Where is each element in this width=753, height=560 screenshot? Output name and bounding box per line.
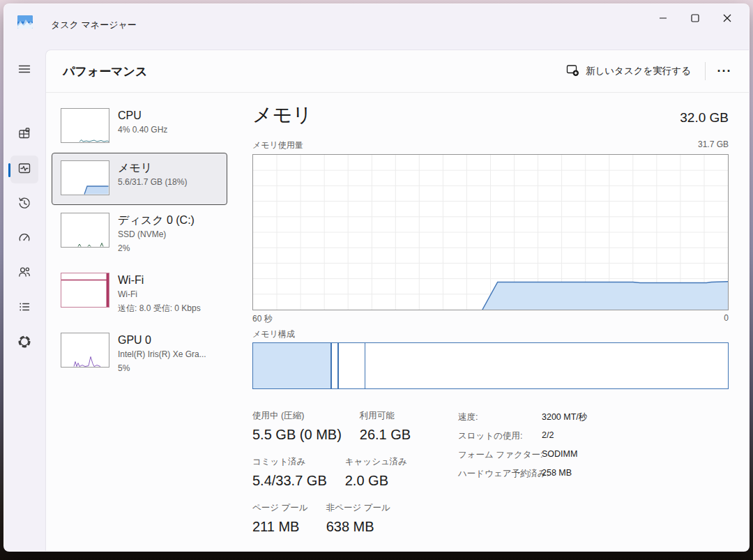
composition-standby-divider (365, 343, 365, 388)
list-item-subtext: 4% 0.40 GHz (118, 123, 167, 137)
stat-in-use: 使用中 (圧縮) 5.5 GB (0 MB) (252, 410, 342, 443)
sidebar-item-startup-apps[interactable] (10, 225, 38, 252)
wifi-mini-chart (61, 273, 109, 308)
services-cog-icon (17, 335, 31, 351)
list-item-subtext: SSD (NVMe) (118, 227, 195, 241)
sidebar-item-services[interactable] (10, 329, 38, 357)
list-item-subtext: Intel(R) Iris(R) Xe Gra... (118, 347, 206, 361)
performance-list: CPU 4% 0.40 GHz メモリ 5.6/31.7 GB (18%) (52, 100, 227, 385)
history-clock-icon (17, 196, 31, 213)
processes-icon (17, 126, 31, 143)
list-item-title: ディスク 0 (C:) (118, 213, 195, 227)
memory-mini-chart (61, 160, 109, 195)
memory-composition-bar (252, 342, 729, 389)
task-manager-window: タスク マネージャー (3, 3, 750, 552)
speedometer-icon (17, 230, 31, 247)
disk-mini-chart (61, 213, 109, 248)
gpu-mini-chart (61, 333, 109, 368)
menu-button[interactable] (10, 56, 38, 84)
sidebar-item-details[interactable] (10, 294, 38, 322)
main-card: パフォーマンス 新しいタスクを実行する ··· (45, 50, 749, 551)
list-item-subtext: 送信: 8.0 受信: 0 Kbps (118, 301, 201, 315)
details-list-icon (17, 300, 31, 317)
stat-available: 利用可能 26.1 GB (360, 410, 411, 443)
detail-form-factor: フォーム ファクター: SODIMM (458, 449, 587, 461)
list-item-subtext: 5.6/31.7 GB (18%) (118, 175, 187, 189)
page-title: パフォーマンス (63, 63, 147, 80)
sidebar-item-performance[interactable] (10, 156, 38, 183)
usage-chart-label: メモリ使用量 (252, 139, 303, 151)
list-item-memory[interactable]: メモリ 5.6/31.7 GB (18%) (52, 153, 227, 205)
list-item-title: CPU (118, 108, 167, 123)
sidebar-item-processes[interactable] (10, 121, 38, 149)
list-item-wifi[interactable]: Wi-Fi Wi-Fi 送信: 8.0 受信: 0 Kbps (52, 265, 227, 325)
sidebar (4, 35, 45, 551)
close-button[interactable] (711, 6, 743, 30)
detail-slots-used: スロットの使用: 2/2 (458, 430, 587, 442)
stat-cached: キャッシュ済み 2.0 GB (345, 456, 407, 489)
list-item-cpu[interactable]: CPU 4% 0.40 GHz (52, 100, 227, 153)
users-icon (17, 265, 31, 282)
memory-usage-chart (252, 154, 729, 310)
cpu-mini-chart (61, 108, 109, 143)
axis-left-label: 60 秒 (252, 313, 273, 325)
stat-committed: コミット済み 5.4/33.7 GB (252, 456, 327, 489)
usage-chart-max: 31.7 GB (698, 139, 729, 149)
list-item-title: Wi-Fi (118, 273, 201, 287)
performance-icon (17, 161, 31, 178)
memory-details: 速度: 3200 MT/秒 スロットの使用: 2/2 フォーム ファクター: S… (458, 411, 587, 487)
memory-title: メモリ (252, 102, 312, 128)
minimize-button[interactable] (647, 6, 679, 30)
memory-usage-chart-svg (253, 155, 728, 310)
memory-panel: メモリ 32.0 GB メモリ使用量 31.7 GB 60 秒 0 メモリ構成 (252, 50, 729, 552)
sidebar-item-app-history[interactable] (10, 190, 38, 218)
list-item-title: メモリ (118, 160, 187, 175)
stat-paged-pool: ページ プール 211 MB (252, 502, 308, 535)
sidebar-item-users[interactable] (10, 259, 38, 287)
list-item-subtext: 2% (118, 241, 195, 255)
maximize-button[interactable] (679, 6, 711, 30)
memory-total-capacity: 32.0 GB (680, 110, 729, 126)
titlebar: タスク マネージャー (4, 4, 749, 35)
composition-modified-divider (337, 343, 339, 388)
detail-speed: 速度: 3200 MT/秒 (458, 411, 587, 423)
axis-right-label: 0 (724, 313, 729, 325)
chart-time-axis: 60 秒 0 (252, 313, 729, 325)
list-item-title: GPU 0 (118, 333, 206, 347)
task-manager-logo-icon (17, 15, 33, 29)
composition-label: メモリ構成 (252, 328, 295, 340)
list-item-subtext: Wi-Fi (118, 287, 201, 301)
composition-in-use-segment (253, 343, 332, 388)
selected-indicator (8, 163, 10, 177)
stat-non-paged-pool: 非ページ プール 638 MB (326, 502, 390, 535)
list-item-disk[interactable]: ディスク 0 (C:) SSD (NVMe) 2% (52, 205, 227, 265)
hamburger-icon (17, 62, 31, 79)
window-title: タスク マネージャー (51, 19, 137, 31)
memory-stats: 使用中 (圧縮) 5.5 GB (0 MB) 利用可能 26.1 GB コミット… (252, 410, 455, 548)
list-item-subtext: 5% (118, 361, 206, 375)
detail-hardware-reserved: ハードウェア予約済み: 258 MB (458, 468, 587, 480)
list-item-gpu[interactable]: GPU 0 Intel(R) Iris(R) Xe Gra... 5% (52, 325, 227, 385)
